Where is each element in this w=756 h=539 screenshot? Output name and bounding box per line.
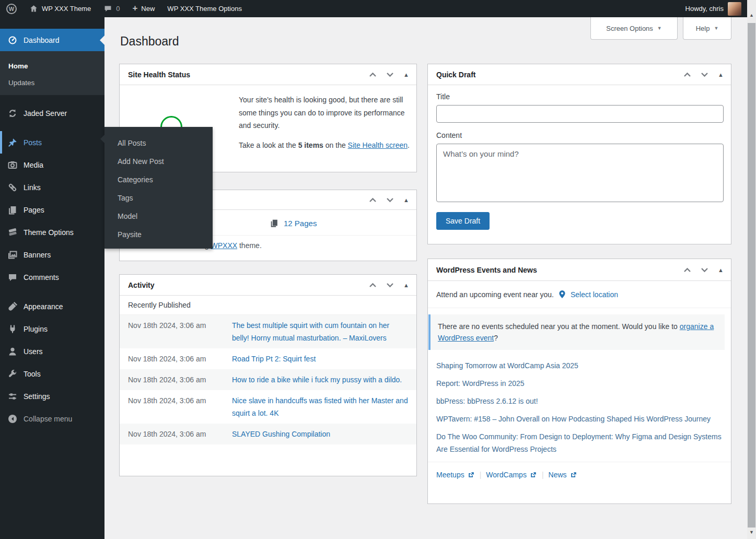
post-title-link[interactable]: Road Trip Pt 2: Squirt fest <box>232 353 316 365</box>
advice-prefix: Take a look at the <box>239 141 298 149</box>
move-down-button[interactable] <box>385 71 395 79</box>
vertical-scrollbar[interactable]: ▲ ▼ <box>747 0 756 539</box>
scrollbar-thumb[interactable] <box>748 23 755 528</box>
howdy-label: Howdy, chris <box>685 5 724 13</box>
news-item-link[interactable]: WPTavern: #158 – John Overall on How Pod… <box>436 413 723 425</box>
sidebar-item-updates[interactable]: Updates <box>0 74 104 91</box>
sidebar-item-settings[interactable]: Settings <box>0 385 104 407</box>
news-item-link[interactable]: Do The Woo Community: From Design to Dep… <box>436 430 723 455</box>
chevron-down-icon: ▼ <box>714 26 718 31</box>
post-title-link[interactable]: SLAYED Gushing Compilation <box>232 428 330 440</box>
sidebar-item-jaded-server[interactable]: Jaded Server <box>0 102 104 124</box>
comments-menu[interactable]: 0 <box>97 0 126 17</box>
flyout-item-all-posts[interactable]: All Posts <box>104 134 213 152</box>
flyout-item-model[interactable]: Model <box>104 207 213 225</box>
save-draft-button[interactable]: Save Draft <box>436 212 490 230</box>
news-item-link[interactable]: bbPress: bbPress 2.6.12 is out! <box>436 395 723 407</box>
flyout-item-paysite[interactable]: Paysite <box>104 225 213 243</box>
sidebar-item-dashboard[interactable]: Dashboard <box>0 29 104 51</box>
my-account-menu[interactable]: Howdy, chris <box>679 0 724 17</box>
new-content-menu[interactable]: + New <box>126 0 161 17</box>
avatar[interactable] <box>728 2 741 16</box>
move-down-button[interactable] <box>385 196 395 204</box>
theme-options-icon <box>7 227 18 238</box>
quick-draft-title-input[interactable] <box>436 105 724 123</box>
notice-prefix: There are no events scheduled near you a… <box>438 322 680 331</box>
screen-options-button[interactable]: Screen Options ▼ <box>590 17 678 40</box>
select-location-link[interactable]: Select location <box>571 290 618 299</box>
sidebar-item-banners[interactable]: Banners <box>0 243 104 266</box>
sidebar-item-label: Jaded Server <box>24 109 67 118</box>
sidebar-item-comments[interactable]: Comments <box>0 266 104 288</box>
toggle-panel-button[interactable]: ▲ <box>402 281 410 289</box>
wordcamps-link[interactable]: WordCamps <box>486 471 527 479</box>
toggle-panel-button[interactable]: ▲ <box>402 71 410 79</box>
toggle-panel-button[interactable]: ▲ <box>717 71 725 79</box>
move-down-button[interactable] <box>700 266 710 274</box>
post-title-link[interactable]: The best multiple squirt with cum founta… <box>232 319 408 344</box>
post-title-link[interactable]: How to ride a bike while i fuck my pussy… <box>232 373 402 386</box>
events-news-widget: WordPress Events and News ▲ Attend an up… <box>427 259 731 504</box>
sidebar-item-users[interactable]: Users <box>0 340 104 362</box>
wordpress-logo-menu[interactable]: W <box>0 0 23 17</box>
news-item-link[interactable]: Shaping Tomorrow at WordCamp Asia 2025 <box>436 359 723 372</box>
news-item-link[interactable]: Report: WordPress in 2025 <box>436 377 723 390</box>
admin-bar: W WP XXX Theme 0 + New WP XXX Theme Opti… <box>0 0 747 17</box>
move-up-button[interactable] <box>682 266 692 274</box>
flyout-item-tags[interactable]: Tags <box>104 189 213 207</box>
sidebar-item-posts[interactable]: Posts <box>0 131 104 154</box>
widget-title: Site Health Status <box>128 71 190 79</box>
recently-published-label: Recently Published <box>120 296 416 315</box>
help-button[interactable]: Help ▼ <box>683 17 731 40</box>
activity-row: Nov 18th 2024, 3:06 am SLAYED Gushing Co… <box>120 424 416 444</box>
events-footer: Meetups | WordCamps | News <box>428 462 731 487</box>
widget-title: WordPress Events and News <box>436 266 537 274</box>
site-health-header[interactable]: Site Health Status ▲ <box>120 64 416 85</box>
sidebar-item-label: Dashboard <box>24 36 60 44</box>
media-icon <box>7 160 18 170</box>
toggle-panel-button[interactable]: ▲ <box>402 196 410 204</box>
meetups-link[interactable]: Meetups <box>436 471 464 479</box>
sidebar-item-media[interactable]: Media <box>0 154 104 176</box>
sidebar-item-theme-options[interactable]: Theme Options <box>0 221 104 243</box>
post-title-link[interactable]: Nice slave in handcuffs was fisted with … <box>232 394 408 419</box>
help-label: Help <box>696 25 710 32</box>
plugins-icon <box>7 324 18 334</box>
theme-options-label: WP XXX Theme Options <box>167 5 242 13</box>
users-icon <box>7 346 18 357</box>
sidebar-item-label: Links <box>24 183 41 192</box>
sidebar-item-label: Pages <box>24 206 44 214</box>
scroll-up-arrow-icon[interactable]: ▲ <box>747 13 756 18</box>
move-up-button[interactable] <box>682 71 692 79</box>
sidebar-item-plugins[interactable]: Plugins <box>0 318 104 340</box>
sidebar-item-home[interactable]: Home <box>0 57 104 74</box>
quick-draft-content-textarea[interactable] <box>436 144 724 202</box>
activity-header[interactable]: Activity ▲ <box>120 275 416 296</box>
theme-options-menu[interactable]: WP XXX Theme Options <box>161 0 248 17</box>
toggle-panel-button[interactable]: ▲ <box>717 266 725 274</box>
site-health-screen-link[interactable]: Site Health screen <box>348 141 408 149</box>
sidebar: Dashboard Home Updates Jaded Server Post… <box>0 17 104 539</box>
collapse-menu-button[interactable]: Collapse menu <box>0 407 104 430</box>
flyout-item-categories[interactable]: Categories <box>104 170 213 189</box>
sidebar-item-links[interactable]: Links <box>0 176 104 198</box>
theme-link[interactable]: WPXXX <box>211 241 238 250</box>
scroll-down-arrow-icon[interactable]: ▼ <box>747 530 756 535</box>
site-name-menu[interactable]: WP XXX Theme <box>23 0 97 17</box>
sidebar-item-label: Settings <box>24 392 50 401</box>
sidebar-item-tools[interactable]: Tools <box>0 362 104 385</box>
advice-suffix: . <box>408 141 410 149</box>
move-down-button[interactable] <box>385 281 395 289</box>
version-suffix: theme. <box>237 241 262 250</box>
news-link[interactable]: News <box>549 471 567 479</box>
sidebar-item-pages[interactable]: Pages <box>0 198 104 221</box>
move-up-button[interactable] <box>368 281 378 289</box>
events-header[interactable]: WordPress Events and News ▲ <box>428 259 731 281</box>
move-down-button[interactable] <box>700 71 710 79</box>
flyout-item-add-new-post[interactable]: Add New Post <box>104 152 213 170</box>
move-up-button[interactable] <box>368 196 378 204</box>
sidebar-item-appearance[interactable]: Appearance <box>0 295 104 318</box>
pages-count-link[interactable]: 12 Pages <box>284 219 317 228</box>
quick-draft-header[interactable]: Quick Draft ▲ <box>428 64 731 85</box>
move-up-button[interactable] <box>368 71 378 79</box>
